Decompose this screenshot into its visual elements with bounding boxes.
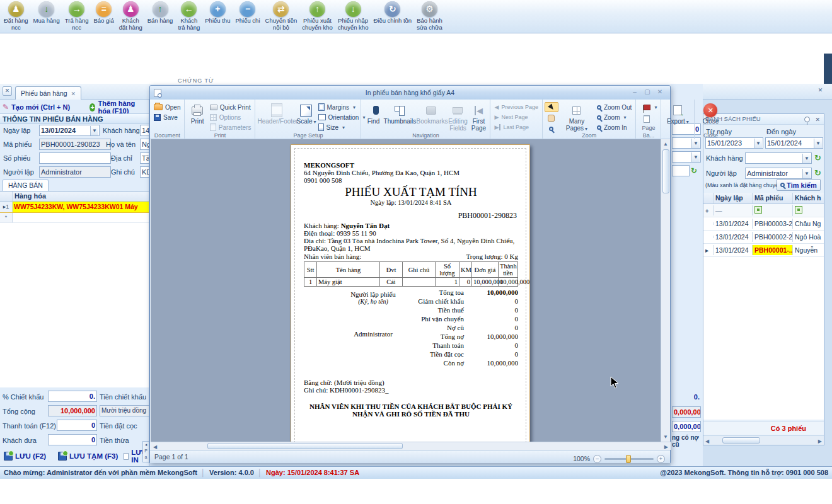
watermark-button[interactable] xyxy=(642,102,659,112)
refresh-icon[interactable]: ↻ xyxy=(814,168,821,178)
hand-tool-button[interactable] xyxy=(545,113,558,123)
editing-fields-button[interactable]: Editing Fields xyxy=(446,101,469,132)
fragment-dropdown-3[interactable] xyxy=(672,165,690,176)
scale-button[interactable]: Scale xyxy=(296,101,316,126)
thanh-toan-input[interactable]: 0 xyxy=(57,420,97,431)
ribbon-item-chuyen-tien-noi-bo[interactable]: ⇄Chuyển tiền nội bộ xyxy=(263,0,300,31)
filter-icon[interactable] xyxy=(795,206,802,214)
scroll-thumb[interactable] xyxy=(662,149,669,193)
preview-area[interactable]: MEKONGSOFT 64 Nguyễn Đình Chiểu, Phường … xyxy=(151,139,661,442)
zoom-in-button[interactable]: Zoom In xyxy=(595,122,633,132)
print-button[interactable]: Print xyxy=(187,101,207,125)
col-ma-phieu[interactable]: Mã phiếu xyxy=(753,193,793,203)
tab-hang-ban[interactable]: HÀNG BÁN xyxy=(3,180,49,191)
zoom-plus-icon[interactable]: + xyxy=(657,455,665,463)
save-button[interactable]: LƯU (F2) xyxy=(4,449,46,464)
ribbon-item-bao-gia[interactable]: ≡Báo giá xyxy=(91,0,117,25)
margins-button[interactable]: Margins xyxy=(316,102,367,112)
ngay-lap-input[interactable]: 13/01/2024▼ xyxy=(39,125,100,136)
fragment-dropdown-2[interactable]: ▼ xyxy=(672,151,701,163)
goods-grid-new-row[interactable]: * xyxy=(0,213,149,223)
size-button[interactable]: Size xyxy=(316,122,367,132)
refresh-icon[interactable]: ↻ xyxy=(691,166,697,175)
scroll-left-icon[interactable]: ◀ xyxy=(705,438,709,444)
ribbon-item-bao-hanh-sua-chua[interactable]: ⚙Bảo hành sửa chữa xyxy=(414,0,445,31)
ribbon-item-phieu-xuat-chuyen-kho[interactable]: ↑Phiếu xuất chuyển kho xyxy=(299,0,335,31)
scroll-thumb[interactable] xyxy=(722,437,760,444)
find-button[interactable]: Find xyxy=(363,101,383,125)
panel-close-icon[interactable]: ✕ xyxy=(815,115,820,125)
ma-phieu-input[interactable]: PBH00001-290823 xyxy=(39,139,111,150)
thumbnails-button[interactable]: Thumbnails xyxy=(383,101,416,125)
voucher-row[interactable]: 13/01/2024 PBH00002-2... Ngô Hoà xyxy=(703,231,824,244)
pointer-tool-button[interactable] xyxy=(545,102,558,112)
ribbon-item-phieu-thu[interactable]: +Phiếu thu xyxy=(202,0,233,25)
ribbon-item-phieu-chi[interactable]: −Phiếu chi xyxy=(233,0,262,25)
add-goods-button[interactable]: + Thêm hàng hóa (F10) xyxy=(90,101,149,113)
zoom-slider[interactable] xyxy=(604,458,654,460)
scroll-right-icon[interactable]: ▶ xyxy=(818,438,822,444)
many-pages-button[interactable]: Many Pages xyxy=(558,101,595,132)
chevron-down-icon[interactable]: ▼ xyxy=(90,126,98,136)
tabstrip-right-close-icon[interactable]: ✕ xyxy=(816,86,825,96)
voucher-row-selected[interactable]: ▸ 13/01/2024 PBH00001-... Nguyễn xyxy=(703,244,824,257)
orientation-button[interactable]: Orientation xyxy=(316,112,367,122)
dialog-maximize-icon[interactable]: ▢ xyxy=(641,88,654,97)
rp-khach-hang-input[interactable]: ▼ xyxy=(745,152,812,164)
ghi-chu-input[interactable]: KDH000 xyxy=(140,166,149,178)
goods-grid-row[interactable]: ▸1WW75J4233KW, WW75J4233KW01 Máy xyxy=(0,202,149,213)
save-temp-button[interactable]: LƯU TẠM (F3) xyxy=(58,449,118,464)
zoom-slider-thumb[interactable] xyxy=(626,455,631,463)
den-ngay-input[interactable]: 15/01/2024▼ xyxy=(765,137,823,149)
ribbon-item-khach-dat-hang[interactable]: ♟Khách đặt hàng xyxy=(117,0,145,31)
bookmarks-button[interactable]: Bookmarks xyxy=(416,101,446,125)
filter-icon[interactable] xyxy=(754,206,762,214)
so-phieu-input[interactable] xyxy=(39,152,111,164)
last-page-button[interactable]: ▶Last Page xyxy=(492,122,540,132)
parameters-button[interactable]: Parameters xyxy=(208,122,253,132)
tabstrip-close-icon[interactable]: ✕ xyxy=(3,86,12,96)
tab-phieu-ban-hang[interactable]: Phiếu bán hàng ✕ xyxy=(15,86,81,100)
preview-vscrollbar[interactable]: ▲ ▼ xyxy=(661,139,670,442)
first-page-button[interactable]: ◀First Page xyxy=(469,101,488,132)
options-button[interactable]: Options xyxy=(208,112,253,122)
nguoi-lap-input[interactable]: Administrator xyxy=(39,166,111,178)
voucher-hscrollbar[interactable]: ◀ ▶ xyxy=(703,435,824,445)
dialog-minimize-icon[interactable]: – xyxy=(628,88,641,97)
scroll-right-icon[interactable]: ▶ xyxy=(664,444,668,450)
quick-print-button[interactable]: Quick Print xyxy=(208,102,253,112)
ribbon-item-dieu-chinh-ton[interactable]: ↻Điều chỉnh tồn xyxy=(371,0,414,25)
export-button[interactable]: Export xyxy=(663,101,692,126)
ho-ten-input[interactable]: Nguyễn xyxy=(140,139,149,150)
scroll-thumb[interactable] xyxy=(207,443,403,449)
refresh-icon[interactable]: ↻ xyxy=(814,153,821,163)
ribbon-item-phieu-nhap-chuyen-kho[interactable]: ↓Phiếu nhập chuyển kho xyxy=(335,0,371,31)
ribbon-item-dat-hang-ncc[interactable]: ♟Đặt hàng ncc xyxy=(1,0,31,31)
ribbon-item-khach-tra-hang[interactable]: ←Khách trả hàng xyxy=(175,0,202,31)
page-color-button[interactable] xyxy=(642,114,659,124)
previous-page-button[interactable]: ◀Previous Page xyxy=(492,102,540,112)
collapsed-panel[interactable]: ◂Pa xyxy=(142,441,149,462)
next-page-button[interactable]: ▶Next Page xyxy=(492,112,540,122)
ribbon-item-tra-hang-ncc[interactable]: →Trả hàng ncc xyxy=(62,0,91,31)
zoom-minus-icon[interactable]: – xyxy=(593,455,601,463)
rp-nguoi-lap-input[interactable]: Administrator▼ xyxy=(745,168,812,179)
ribbon-item-mua-hang[interactable]: ↓Mua hàng xyxy=(31,0,62,25)
col-khach-hang[interactable]: Khách h xyxy=(793,193,824,203)
scroll-up-icon[interactable]: ▲ xyxy=(661,139,670,147)
zoom-out-button[interactable]: Zoom Out xyxy=(595,102,633,112)
close-preview-button[interactable]: ✕Close xyxy=(696,101,724,125)
header-footer-button[interactable]: Header/Footer xyxy=(257,101,296,125)
scroll-down-icon[interactable]: ▼ xyxy=(661,434,670,440)
voucher-row[interactable]: 13/01/2024 PBH00003-2... Châu Ng xyxy=(703,217,824,231)
chiet-khau-input[interactable]: 0. xyxy=(48,391,97,402)
zoom-button[interactable]: Zoom xyxy=(595,112,633,122)
khach-hang-input[interactable]: 14325, xyxy=(140,125,149,136)
save-button[interactable]: Save xyxy=(152,112,182,122)
dialog-close-icon[interactable]: ✕ xyxy=(654,88,666,97)
col-ngay-lap[interactable]: Ngày lập xyxy=(714,193,753,203)
new-button[interactable]: ✎ Tạo mới (Ctrl + N) xyxy=(3,101,70,113)
pin-icon[interactable] xyxy=(804,117,810,122)
search-button[interactable]: Tìm kiếm xyxy=(777,179,821,191)
ribbon-item-ban-hang[interactable]: ↑Bán hàng xyxy=(145,0,176,25)
